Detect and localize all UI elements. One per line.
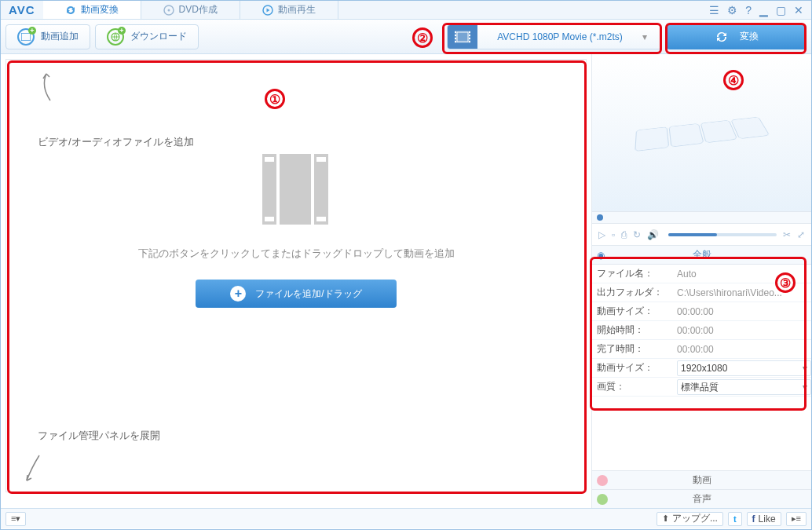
window-controls: ☰ ⚙ ? ▁ ▢ ✕ [701, 4, 811, 16]
film-preview-icon [635, 117, 770, 152]
twitter-button[interactable]: t [728, 512, 742, 526]
refresh-icon [65, 5, 76, 16]
label-filename: ファイル名： [592, 267, 677, 280]
label-end: 完了時間： [592, 342, 677, 356]
download-button[interactable]: + ダウンロード [95, 24, 199, 49]
tab-dvd[interactable]: DVD作成 [141, 1, 240, 19]
drop-area[interactable]: ビデオ/オーディオファイルを追加 下記のボタンをクリックしてまたはドラッグドロッ… [5, 59, 587, 492]
tab-play[interactable]: 動画再生 [240, 1, 338, 19]
menu-icon[interactable]: ☰ [708, 4, 721, 16]
svg-rect-14 [469, 41, 470, 42]
globe-icon: + [107, 28, 124, 46]
volume-icon[interactable]: 🔊 [647, 229, 659, 240]
close-icon[interactable]: ✕ [792, 4, 805, 16]
film-placeholder-icon [262, 154, 330, 225]
row-filename: ファイル名： Auto [592, 265, 811, 283]
label-duration: 動画サイズ： [592, 305, 677, 318]
value-size-select[interactable]: 1920x1080 [677, 360, 811, 376]
maximize-icon[interactable]: ▢ [774, 4, 788, 16]
tab-convert[interactable]: 動画変換 [43, 1, 141, 19]
hint-expand-panel: ファイル管理パネルを展開 [38, 429, 160, 443]
upgrade-button[interactable]: ⬆アップグ... [657, 512, 723, 526]
expand-icon[interactable]: ⤢ [797, 229, 805, 240]
row-outfolder: 出力フォルダ： C:\Users\hironari\Video... [592, 283, 811, 302]
hint-add-files: ビデオ/オーディオファイルを追加 [38, 135, 194, 149]
svg-point-1 [167, 9, 170, 11]
value-outfolder[interactable]: C:\Users\hironari\Video... [677, 287, 811, 298]
video-icon [597, 475, 608, 486]
snapshot-icon[interactable]: ⎙ [621, 229, 627, 240]
list-view-button[interactable]: ≡▾ [5, 512, 26, 526]
play-icon [262, 5, 273, 16]
add-file-button[interactable]: + ファイルを追加/ドラッグ [196, 280, 397, 308]
value-duration: 00:00:00 [677, 306, 811, 317]
audio-icon [597, 494, 608, 505]
upgrade-label: アップグ... [672, 512, 718, 525]
svg-rect-12 [469, 35, 470, 36]
value-end: 00:00:00 [677, 344, 811, 355]
general-title: 全般 [693, 248, 711, 261]
add-video-button[interactable]: + 動画追加 [5, 24, 90, 49]
stop-icon[interactable]: ▫ [612, 229, 615, 240]
add-file-label: ファイルを追加/ドラッグ [255, 287, 361, 301]
category-audio-label: 音声 [693, 492, 711, 506]
category-audio-button[interactable]: 音声 [592, 489, 811, 508]
convert-button[interactable]: 変換 [667, 24, 807, 49]
general-panel: ◉ 全般 ファイル名： Auto 出力フォルダ： C:\Users\hirona… [592, 246, 811, 470]
play-icon[interactable]: ▷ [598, 229, 605, 240]
main-tabs: 動画変換 DVD作成 動画再生 [43, 1, 702, 19]
output-format-label: AVCHD 1080P Movie (*.m2ts) [477, 31, 642, 42]
download-label: ダウンロード [130, 30, 187, 43]
seek-bar[interactable] [592, 211, 811, 224]
add-video-label: 動画追加 [41, 30, 79, 43]
row-size: 動画サイズ： 1920x1080 [592, 359, 811, 378]
facebook-like-button[interactable]: f Like [747, 512, 781, 526]
tab-play-label: 動画再生 [278, 3, 316, 16]
value-filename[interactable]: Auto [677, 269, 811, 280]
info-icon: ◉ [597, 250, 608, 261]
chevron-down-icon: ▾ [642, 31, 661, 42]
svg-rect-11 [469, 31, 470, 33]
add-video-icon: + [17, 28, 35, 46]
general-header: ◉ 全般 [592, 246, 811, 265]
svg-rect-7 [455, 31, 456, 33]
app-logo: AVC [1, 3, 43, 16]
body: ビデオ/オーディオファイルを追加 下記のボタンをクリックしてまたはドラッグドロッ… [1, 54, 811, 508]
gear-icon[interactable]: ⚙ [726, 4, 739, 16]
row-quality: 画質： 標準品質 [592, 378, 811, 397]
value-quality-select[interactable]: 標準品質 [677, 379, 811, 395]
value-start: 00:00:00 [677, 325, 811, 336]
label-outfolder: 出力フォルダ： [592, 286, 677, 299]
svg-rect-8 [455, 35, 456, 36]
help-icon[interactable]: ? [744, 4, 753, 16]
category-video-label: 動画 [693, 473, 711, 487]
category-video-button[interactable]: 動画 [592, 470, 811, 489]
convert-label: 変換 [740, 30, 759, 43]
row-duration: 動画サイズ： 00:00:00 [592, 302, 811, 321]
like-label: Like [759, 514, 776, 525]
row-end: 完了時間： 00:00:00 [592, 340, 811, 359]
cut-icon[interactable]: ✂ [783, 229, 791, 240]
player-controls: ▷ ▫ ⎙ ↻ 🔊 ✂ ⤢ [592, 224, 811, 246]
output-format-select[interactable]: AVCHD 1080P Movie (*.m2ts) ▾ [447, 24, 662, 49]
titlebar: AVC 動画変換 DVD作成 動画再生 ☰ ⚙ ? ▁ ▢ ✕ [1, 1, 811, 20]
drop-instruction: 下記のボタンをクリックしてまたはドラッグドロップして動画を追加 [138, 247, 455, 261]
svg-rect-9 [455, 38, 456, 39]
label-start: 開始時間： [592, 323, 677, 337]
row-start: 開始時間： 00:00:00 [592, 321, 811, 340]
status-bar: ≡▾ ⬆アップグ... t f Like ▸≡ [1, 508, 811, 528]
label-quality: 画質： [592, 380, 677, 393]
tab-dvd-label: DVD作成 [179, 3, 218, 16]
rotate-icon[interactable]: ↻ [633, 229, 641, 240]
preview-pane [592, 54, 811, 211]
convert-icon [715, 30, 729, 44]
minimize-icon[interactable]: ▁ [758, 4, 770, 16]
next-button[interactable]: ▸≡ [786, 512, 807, 526]
volume-slider[interactable] [668, 233, 777, 236]
arrow-icon [22, 452, 46, 484]
film-icon [448, 25, 477, 49]
svg-rect-13 [469, 38, 470, 39]
toolbar: + 動画追加 + ダウンロード AVCHD 1080P Movie (*.m2t… [1, 20, 811, 54]
tab-convert-label: 動画変換 [81, 3, 119, 16]
disc-icon [163, 5, 174, 16]
